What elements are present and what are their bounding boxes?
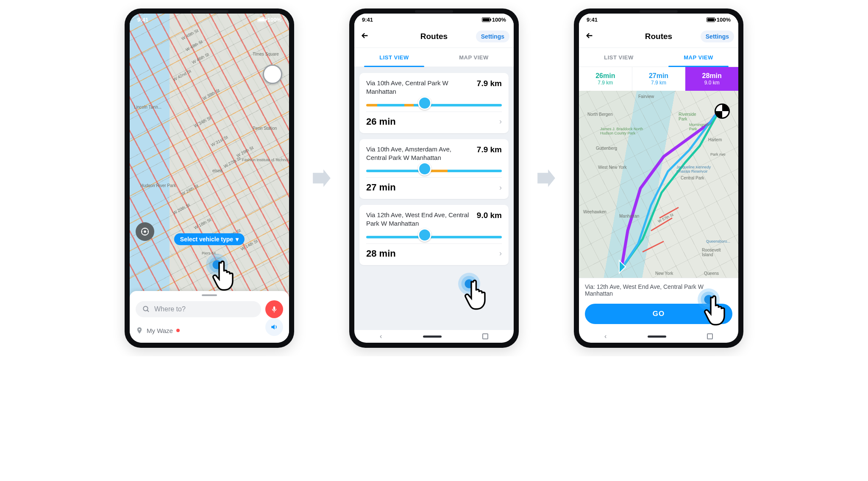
route-via: Via 12th Ave, West End Ave, Central Park… xyxy=(366,211,473,228)
back-button[interactable] xyxy=(360,31,370,42)
route-distance: 7.9 km xyxy=(477,79,502,96)
phone-frame-2: 9:41 100% Routes Settings LIST VIEW MAP … xyxy=(349,8,519,348)
notification-dot xyxy=(176,329,180,332)
svg-rect-4 xyxy=(273,306,275,310)
police-icon xyxy=(418,96,431,110)
phone-frame-1: 9:41 100% W 49th St W 48th St W 46th St … xyxy=(125,8,294,348)
status-bar: 9:41 100% xyxy=(354,14,514,25)
go-button[interactable]: GO xyxy=(585,304,732,324)
route-option-3-selected[interactable]: 28min 9.0 km xyxy=(685,67,738,91)
route-distance: 9.0 km xyxy=(477,211,502,228)
flow-arrow-icon xyxy=(536,163,557,193)
route-via: Via 10th Ave, Amsterdam Ave, Central Par… xyxy=(366,145,473,162)
phone-frame-3: 9:41 100% Routes Settings LIST VIEW MAP … xyxy=(574,8,743,348)
nav-back-icon[interactable]: ‹ xyxy=(604,333,606,340)
pin-icon xyxy=(136,327,143,334)
bottom-sheet[interactable]: Where to? My Waze xyxy=(130,291,289,343)
tabs: LIST VIEW MAP VIEW xyxy=(579,48,738,67)
route-time: 27 min xyxy=(366,182,396,193)
route-time: 26 min xyxy=(366,116,396,127)
nav-home-icon[interactable] xyxy=(648,336,666,338)
nav-home-icon[interactable] xyxy=(423,336,442,338)
search-icon xyxy=(142,305,150,313)
header: Routes Settings xyxy=(579,25,738,48)
route-card[interactable]: Via 10th Ave, Amsterdam Ave, Central Par… xyxy=(359,139,509,199)
tab-map-view[interactable]: MAP VIEW xyxy=(659,48,738,67)
route-card[interactable]: Via 12th Ave, West End Ave, Central Park… xyxy=(359,205,509,265)
android-nav-bar: ‹ xyxy=(354,330,514,343)
status-battery: 100% xyxy=(492,17,506,23)
route-via-label: Via: 12th Ave, West End Ave, Central Par… xyxy=(579,278,738,302)
drag-handle[interactable] xyxy=(202,294,217,296)
select-vehicle-chip[interactable]: Select vehicle type ▾ xyxy=(174,233,245,245)
status-time: 9:41 xyxy=(137,17,148,23)
sound-button[interactable] xyxy=(265,318,283,336)
traffic-bar xyxy=(366,236,502,238)
status-time: 9:41 xyxy=(362,17,373,23)
route-via: Via 10th Ave, Central Park W Manhattan xyxy=(366,79,473,96)
android-nav-bar: ‹ xyxy=(579,330,738,343)
routes-list[interactable]: Via 10th Ave, Central Park W Manhattan 7… xyxy=(354,67,514,330)
status-battery: 100% xyxy=(717,17,731,23)
status-battery: 100% xyxy=(267,17,281,23)
nav-back-icon[interactable]: ‹ xyxy=(380,333,382,340)
voice-search-button[interactable] xyxy=(265,300,283,318)
chevron-right-icon: › xyxy=(499,249,502,258)
status-bar: 9:41 100% xyxy=(130,14,289,25)
arrow-left-icon xyxy=(585,31,594,40)
traffic-bar xyxy=(366,170,502,172)
traffic-bar xyxy=(366,104,502,106)
map-view[interactable]: North Bergen Guttenberg West New York We… xyxy=(579,91,738,278)
svg-point-1 xyxy=(144,231,146,232)
svg-point-2 xyxy=(143,306,148,311)
svg-point-5 xyxy=(139,329,140,330)
chevron-down-icon: ▾ xyxy=(236,236,239,243)
status-bar: 9:41 100% xyxy=(579,14,738,25)
page-title: Routes xyxy=(420,32,448,41)
nav-recents-icon[interactable] xyxy=(482,333,488,339)
battery-icon xyxy=(482,17,490,22)
svg-line-3 xyxy=(147,310,149,312)
police-icon xyxy=(418,228,431,242)
sound-icon xyxy=(270,323,278,331)
settings-button[interactable]: Settings xyxy=(701,31,734,42)
compass-button[interactable] xyxy=(136,222,154,241)
my-waze-button[interactable]: My Waze xyxy=(136,327,180,334)
destination-flag-icon xyxy=(715,103,730,119)
settings-button[interactable]: Settings xyxy=(476,31,509,42)
page-title: Routes xyxy=(645,32,672,41)
route-card[interactable]: Via 10th Ave, Central Park W Manhattan 7… xyxy=(359,73,509,133)
route-distance: 7.9 km xyxy=(477,145,502,162)
speedometer-icon[interactable] xyxy=(263,64,282,84)
route-options: 26min 7.9 km 27min 7.9 km 28min 9.0 km xyxy=(579,67,738,91)
tab-list-view[interactable]: LIST VIEW xyxy=(579,48,659,67)
nav-recents-icon[interactable] xyxy=(707,333,713,339)
tab-map-view[interactable]: MAP VIEW xyxy=(434,48,514,67)
route-option-2[interactable]: 27min 7.9 km xyxy=(632,67,686,91)
map-view[interactable]: W 49th St W 48th St W 46th St W 42nd St … xyxy=(130,14,289,330)
flow-arrow-icon xyxy=(311,163,332,193)
route-option-1[interactable]: 26min 7.9 km xyxy=(579,67,632,91)
search-input[interactable]: Where to? xyxy=(136,301,261,317)
arrow-left-icon xyxy=(360,31,370,40)
microphone-icon xyxy=(270,305,278,313)
status-time: 9:41 xyxy=(587,17,598,23)
route-time: 28 min xyxy=(366,248,396,259)
back-button[interactable] xyxy=(585,31,594,42)
police-icon xyxy=(418,162,431,176)
chevron-right-icon: › xyxy=(499,183,502,192)
chevron-right-icon: › xyxy=(499,117,502,126)
tab-list-view[interactable]: LIST VIEW xyxy=(354,48,434,67)
battery-icon xyxy=(257,17,266,22)
battery-icon xyxy=(707,17,715,22)
header: Routes Settings xyxy=(354,25,514,48)
tabs: LIST VIEW MAP VIEW xyxy=(354,48,514,67)
